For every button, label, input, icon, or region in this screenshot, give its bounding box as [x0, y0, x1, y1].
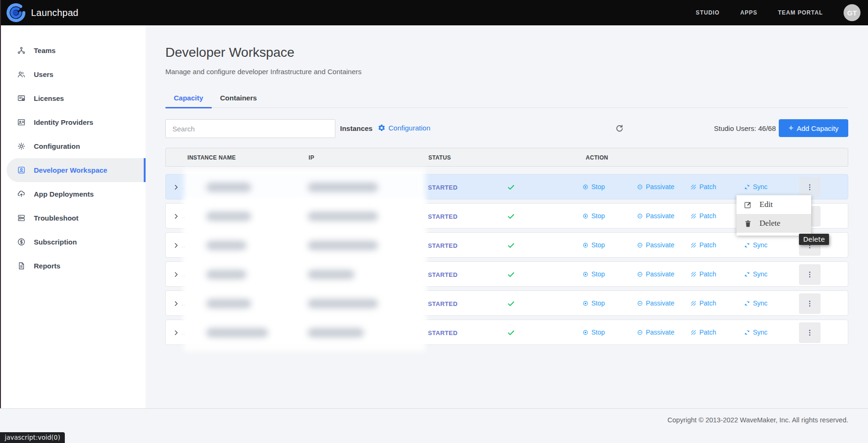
app-deployments-icon [17, 190, 26, 199]
action-passivate-link[interactable]: Passivate [636, 270, 674, 278]
expand-chevron-icon[interactable] [172, 300, 180, 307]
configuration-link[interactable]: Configuration [378, 124, 430, 132]
topbar-link-apps[interactable]: APPS [740, 9, 757, 16]
passivate-icon [636, 271, 643, 278]
sidebar-item-users[interactable]: Users [0, 62, 146, 86]
action-stop-link[interactable]: Stop [582, 270, 605, 278]
expand-chevron-icon[interactable] [172, 271, 180, 278]
action-passivate-link[interactable]: Passivate [636, 328, 674, 336]
sidebar-item-licenses[interactable]: Licenses [0, 86, 146, 110]
sidebar-item-troubleshoot[interactable]: Troubleshoot [0, 206, 146, 230]
delete-tooltip: Delete [799, 234, 829, 245]
action-stop-link[interactable]: Stop [582, 241, 605, 249]
action-label: Patch [699, 299, 716, 307]
patch-icon [690, 329, 697, 336]
action-label: Sync [753, 299, 767, 307]
sidebar-item-label: Configuration [34, 142, 80, 150]
expand-chevron-icon[interactable] [172, 329, 180, 336]
action-stop-link[interactable]: Stop [582, 299, 605, 307]
action-passivate-link[interactable]: Passivate [636, 212, 674, 220]
sidebar-item-reports[interactable]: Reports [0, 254, 146, 278]
row-menu-button[interactable] [799, 177, 821, 198]
sidebar-item-label: App Deployments [34, 190, 94, 198]
ip-redacted [308, 328, 364, 337]
action-label: Stop [591, 328, 605, 336]
action-sync-link[interactable]: Sync [744, 183, 767, 191]
sidebar: TeamsUsersLicensesIdentity ProvidersConf… [0, 25, 146, 408]
patch-icon [690, 242, 697, 249]
topbar-link-team-portal[interactable]: TEAM PORTAL [778, 9, 823, 16]
expand-chevron-icon[interactable] [172, 183, 180, 191]
action-patch-link[interactable]: Patch [690, 328, 716, 336]
sidebar-item-identity-providers[interactable]: Identity Providers [0, 110, 146, 134]
action-patch-link[interactable]: Patch [690, 241, 716, 249]
action-patch-link[interactable]: Patch [690, 183, 716, 191]
browser-status-bar: javascript:void(0) [0, 432, 65, 443]
launchpad-logo-icon [7, 3, 25, 22]
action-passivate-link[interactable]: Passivate [636, 241, 674, 249]
sidebar-item-label: Subscription [34, 238, 77, 246]
action-sync-link[interactable]: Sync [744, 241, 767, 249]
sidebar-item-teams[interactable]: Teams [0, 38, 146, 62]
row-menu-button[interactable] [799, 264, 821, 285]
check-icon [507, 299, 515, 308]
action-label: Passivate [646, 270, 674, 278]
col-header-instance-name: INSTANCE NAME [187, 154, 236, 161]
expand-chevron-icon[interactable] [172, 242, 180, 249]
sidebar-item-configuration[interactable]: Configuration [0, 134, 146, 158]
sidebar-item-subscription[interactable]: Subscription [0, 230, 146, 254]
refresh-icon[interactable] [614, 123, 625, 134]
passivate-icon [636, 213, 643, 220]
sidebar-item-label: Users [34, 70, 54, 78]
action-passivate-link[interactable]: Passivate [636, 299, 674, 307]
action-sync-link[interactable]: Sync [744, 299, 767, 307]
action-patch-link[interactable]: Patch [690, 212, 716, 220]
action-passivate-link[interactable]: Passivate [636, 183, 674, 191]
sidebar-item-label: Troubleshoot [34, 214, 78, 222]
sidebar-item-label: Reports [34, 262, 61, 270]
action-sync-link[interactable]: Sync [744, 270, 767, 278]
instances-label: Instances [340, 124, 372, 132]
action-stop-link[interactable]: Stop [582, 183, 605, 191]
developer-workspace-icon [17, 166, 26, 175]
col-header-ip: IP [309, 154, 314, 161]
menu-item-edit[interactable]: Edit [736, 195, 811, 214]
kebab-icon [806, 270, 814, 279]
add-capacity-label: Add Capacity [797, 124, 838, 132]
table-header-row: INSTANCE NAME IP STATUS ACTION [165, 148, 848, 167]
action-stop-link[interactable]: Stop [582, 212, 605, 220]
topbar-link-studio[interactable]: STUDIO [696, 9, 720, 16]
check-icon [507, 241, 515, 250]
status-badge: STARTED [428, 213, 457, 220]
col-header-action: ACTION [586, 154, 608, 161]
row-menu-button[interactable] [799, 322, 821, 343]
action-label: Sync [753, 183, 767, 191]
avatar[interactable]: GT [844, 4, 860, 21]
action-label: Passivate [646, 212, 674, 220]
sidebar-item-app-deployments[interactable]: App Deployments [0, 182, 146, 206]
action-label: Patch [699, 183, 716, 191]
sidebar-item-developer-workspace[interactable]: Developer Workspace [7, 158, 146, 182]
table-row: .. STARTED StopPassivatePatchSync [165, 320, 848, 345]
tab-capacity[interactable]: Capacity [165, 94, 212, 107]
add-capacity-button[interactable]: + Add Capacity [779, 119, 848, 137]
instance-name-redacted [206, 183, 251, 192]
menu-item-label: Delete [760, 219, 780, 228]
sidebar-item-label: Identity Providers [34, 118, 93, 126]
row-menu-button[interactable] [799, 293, 821, 314]
sync-icon [744, 183, 751, 191]
expand-chevron-icon[interactable] [172, 213, 180, 220]
page-subtitle: Manage and configure developer Infrastru… [165, 68, 362, 76]
action-label: Passivate [646, 328, 674, 336]
search-input[interactable] [165, 119, 335, 138]
action-sync-link[interactable]: Sync [744, 328, 767, 336]
subscription-icon [17, 237, 26, 246]
status-badge: STARTED [428, 242, 457, 249]
action-patch-link[interactable]: Patch [690, 270, 716, 278]
menu-item-delete[interactable]: Delete [736, 214, 811, 233]
ip-redacted [308, 270, 355, 279]
action-patch-link[interactable]: Patch [690, 299, 716, 307]
action-label: Patch [699, 270, 716, 278]
action-stop-link[interactable]: Stop [582, 328, 605, 336]
tab-containers[interactable]: Containers [212, 94, 265, 107]
